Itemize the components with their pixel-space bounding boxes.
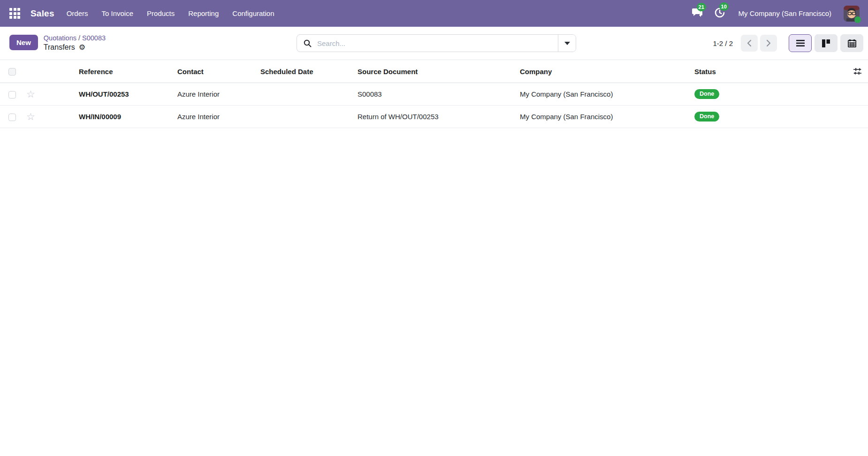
online-status-dot	[854, 16, 861, 23]
messages-button[interactable]: 21	[691, 7, 704, 20]
control-panel: New Quotations/S00083 Transfers ⚙ 1-2 / …	[0, 27, 868, 60]
new-button[interactable]: New	[9, 35, 38, 50]
breadcrumb-s00083-link[interactable]: S00083	[82, 34, 106, 42]
cell-scheduled-date	[260, 106, 358, 128]
kanban-icon	[822, 39, 830, 47]
chevron-left-icon	[746, 39, 752, 47]
breadcrumb-quotations-link[interactable]: Quotations	[44, 34, 76, 42]
user-menu-button[interactable]	[844, 6, 860, 22]
search-icon	[304, 39, 312, 47]
view-switcher	[789, 34, 863, 52]
cell-company: My Company (San Francisco)	[520, 106, 694, 128]
table-row[interactable]: ☆ WH/OUT/00253 Azure Interior S00083 My …	[0, 83, 868, 106]
table-header-row: Reference Contact Scheduled Date Source …	[0, 60, 868, 83]
row-checkbox[interactable]	[8, 91, 16, 99]
pager-next-button[interactable]	[760, 35, 777, 52]
company-switcher[interactable]: My Company (San Francisco)	[736, 9, 834, 18]
apps-menu-button[interactable]	[8, 6, 22, 21]
page-title: Transfers	[44, 43, 75, 53]
cell-contact: Azure Interior	[177, 83, 260, 106]
pager-range: 1-2 / 2	[713, 39, 733, 47]
column-company[interactable]: Company	[520, 60, 694, 83]
caret-down-icon	[564, 42, 570, 45]
table-row[interactable]: ☆ WH/IN/00009 Azure Interior Return of W…	[0, 106, 868, 128]
menu-products[interactable]: Products	[146, 8, 175, 19]
optional-columns-button[interactable]	[853, 60, 868, 83]
column-source-document[interactable]: Source Document	[358, 60, 520, 83]
sliders-icon	[853, 68, 861, 75]
main-menu: Orders To Invoice Products Reporting Con…	[66, 8, 275, 19]
list-view: Reference Contact Scheduled Date Source …	[0, 60, 868, 128]
status-badge: Done	[694, 89, 719, 99]
calendar-icon	[848, 39, 856, 47]
pager-previous-button[interactable]	[741, 35, 758, 52]
messages-count-badge: 21	[697, 3, 706, 11]
cell-contact: Azure Interior	[177, 106, 260, 128]
column-scheduled-date[interactable]: Scheduled Date	[260, 60, 358, 83]
cell-reference: WH/OUT/00253	[79, 90, 129, 98]
app-name[interactable]: Sales	[30, 8, 54, 19]
apps-grid-icon	[9, 8, 20, 19]
activities-button[interactable]: 10	[713, 6, 726, 21]
column-contact[interactable]: Contact	[177, 60, 260, 83]
cell-source-document: Return of WH/OUT/00253	[358, 106, 520, 128]
menu-orders[interactable]: Orders	[66, 8, 89, 19]
search-bar	[297, 34, 576, 52]
view-switcher-calendar[interactable]	[840, 34, 863, 52]
list-icon	[796, 39, 805, 47]
menu-reporting[interactable]: Reporting	[187, 8, 220, 19]
view-switcher-list[interactable]	[789, 34, 812, 52]
cell-reference: WH/IN/00009	[79, 113, 121, 121]
top-navbar: Sales Orders To Invoice Products Reporti…	[0, 0, 868, 27]
cell-source-document: S00083	[358, 83, 520, 106]
star-icon[interactable]: ☆	[26, 89, 35, 99]
cell-scheduled-date	[260, 83, 358, 106]
gear-icon[interactable]: ⚙	[79, 44, 85, 51]
activities-count-badge: 10	[719, 2, 729, 11]
status-badge: Done	[694, 112, 719, 122]
column-status[interactable]: Status	[694, 60, 842, 83]
search-input[interactable]	[316, 39, 558, 48]
column-reference[interactable]: Reference	[79, 60, 177, 83]
breadcrumb: Quotations/S00083 Transfers ⚙	[44, 34, 106, 53]
star-icon[interactable]: ☆	[26, 112, 35, 122]
view-switcher-kanban[interactable]	[815, 34, 838, 52]
select-all-checkbox[interactable]	[8, 68, 16, 76]
row-checkbox[interactable]	[8, 114, 16, 121]
cell-company: My Company (San Francisco)	[520, 83, 694, 106]
search-dropdown-toggle[interactable]	[558, 35, 576, 52]
chevron-right-icon	[766, 39, 771, 47]
menu-configuration[interactable]: Configuration	[231, 8, 275, 19]
column-priority	[26, 60, 79, 83]
breadcrumb-separator: /	[78, 34, 80, 42]
menu-to-invoice[interactable]: To Invoice	[101, 8, 135, 19]
